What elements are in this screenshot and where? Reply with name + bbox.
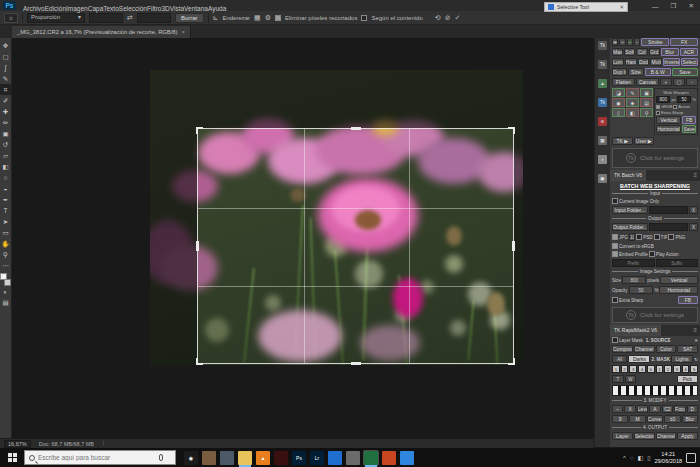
opacity-field[interactable]: 50	[629, 286, 654, 294]
modify-button[interactable]: 9	[612, 415, 628, 423]
mask-level-key[interactable]: 3	[673, 365, 681, 373]
layer-action-icon[interactable]: ✎	[626, 88, 639, 97]
taskbar-search[interactable]	[24, 450, 176, 465]
tk-panel-icon-2[interactable]: Tk	[598, 60, 607, 69]
briefcase-app[interactable]	[202, 451, 216, 465]
batch-vertical-button[interactable]: Vertical	[660, 276, 698, 284]
dup-img-button[interactable]: Dup Img	[612, 68, 627, 76]
menu-item[interactable]: Capa	[88, 5, 104, 12]
psd-checkbox[interactable]	[636, 234, 642, 240]
tab-tk-rapidmask[interactable]: TK RapidMask2 V6	[610, 325, 661, 336]
user-menu-button[interactable]: User ▶	[634, 137, 655, 145]
eyedropper-tool[interactable]: ✐	[0, 95, 11, 106]
combo-action-button[interactable]: Grd	[649, 48, 660, 56]
dodge-tool[interactable]: ◒	[0, 183, 11, 194]
layer-action-icon[interactable]: ▣	[640, 88, 653, 97]
move-tool[interactable]: ✥	[0, 40, 11, 51]
source-button[interactable]: Color	[656, 345, 677, 353]
brush-icon[interactable]: ✏	[612, 38, 618, 46]
path-selection-tool[interactable]: ➤	[0, 216, 11, 227]
crop-handle-top-right[interactable]	[508, 127, 515, 134]
layer-action-icon[interactable]: ⚲	[640, 108, 653, 117]
combo-action-button[interactable]: Mask	[612, 48, 623, 56]
batch-extra-sharp-checkbox[interactable]	[612, 297, 618, 303]
close-icon[interactable]: ✕	[619, 4, 624, 10]
mask-level-key[interactable]: 2	[664, 365, 672, 373]
menu-item[interactable]: Filtro	[147, 5, 161, 12]
batch-fb-button[interactable]: FB	[678, 296, 698, 304]
darks-button[interactable]: Darks	[628, 355, 650, 363]
ws-opacity-field[interactable]: 50	[677, 96, 691, 103]
foreground-color-swatch[interactable]	[0, 273, 7, 280]
output-folder-field[interactable]	[649, 223, 689, 231]
all-button[interactable]: All	[612, 355, 627, 363]
overlay-options-icon[interactable]: ▦	[254, 13, 261, 23]
settings-app[interactable]	[346, 451, 360, 465]
modify-button[interactable]: Blur	[682, 415, 698, 423]
modify-button[interactable]: C2	[662, 405, 673, 413]
menu-item[interactable]: 3D	[161, 5, 169, 12]
modify-button[interactable]: D	[687, 405, 698, 413]
tab-tk-batch[interactable]: TK Batch V6	[610, 170, 646, 181]
lasso-tool[interactable]: ʃ	[0, 62, 11, 73]
canvas-button[interactable]: Canvas	[636, 78, 659, 86]
tk-menu-button[interactable]: TK ▶	[612, 137, 633, 145]
quick-selection-tool[interactable]: ✎	[0, 73, 11, 84]
tk-panel-icon-3[interactable]: Tk	[598, 98, 607, 107]
close-button[interactable]: ✕	[688, 2, 693, 10]
w-button[interactable]: W	[625, 375, 637, 383]
gear-icon[interactable]: ⚙	[265, 13, 271, 23]
source-button[interactable]: Composite	[612, 345, 633, 353]
current-image-only-checkbox[interactable]	[612, 198, 618, 204]
file-explorer[interactable]	[238, 451, 252, 465]
brush-icon[interactable]: ✏	[619, 38, 625, 46]
ws-size-field[interactable]: 800	[656, 96, 670, 103]
grid-panel-icon[interactable]: ▦	[598, 136, 607, 145]
no-entry-icon[interactable]: ⊘	[598, 117, 607, 126]
crop-handle-left[interactable]	[196, 241, 199, 251]
mask-level-key[interactable]: 1	[612, 365, 620, 373]
jpg-checkbox[interactable]	[612, 234, 618, 240]
bw-button[interactable]: B & W	[645, 68, 671, 76]
combo-settings-area[interactable]: Tk Click for settings	[612, 148, 698, 168]
panel-menu-icon[interactable]: ≡	[693, 170, 700, 181]
commit-crop-icon[interactable]: ✓	[455, 13, 461, 23]
red-app[interactable]	[274, 451, 288, 465]
layer-action-icon[interactable]: ◧	[626, 108, 639, 117]
modify-button[interactable]: ±0	[664, 415, 680, 423]
prefix-field[interactable]: Prefix	[612, 259, 655, 267]
marquee-tool[interactable]: ▢	[0, 51, 11, 62]
modify-button[interactable]: M	[629, 415, 645, 423]
modify-button[interactable]: −	[612, 405, 623, 413]
menu-item[interactable]: Texto	[103, 5, 119, 12]
maximize-button[interactable]: ❐	[671, 2, 677, 10]
vertical-button[interactable]: Vertical	[656, 116, 681, 124]
action-checkbox[interactable]	[673, 105, 677, 109]
t-button[interactable]: T	[612, 375, 624, 383]
source-clear-icon[interactable]: ✕	[694, 338, 698, 343]
brush-icon[interactable]: ✏	[627, 38, 633, 46]
gray-app[interactable]	[220, 451, 234, 465]
zoom-level-field[interactable]: 16,67%	[4, 440, 31, 448]
crop-box[interactable]	[197, 128, 514, 364]
tray-battery-icon[interactable]: ▯	[647, 454, 650, 461]
embed-profile-checkbox[interactable]	[612, 251, 618, 257]
stroke-button[interactable]: Stroke	[641, 38, 669, 46]
combo-action-button[interactable]: Mult	[650, 58, 662, 66]
vignette-button[interactable]: −	[686, 78, 698, 86]
eraser-tool[interactable]: ▱	[0, 150, 11, 161]
quick-mask-mode[interactable]: ◐	[0, 286, 11, 297]
flatten-button[interactable]: Flatten	[612, 78, 635, 86]
input-folder-button[interactable]: Input Folder...	[612, 206, 648, 214]
input-clear-button[interactable]: X	[689, 206, 698, 214]
input-folder-field[interactable]	[649, 206, 689, 214]
adjustment-icon[interactable]: ◗	[598, 155, 607, 164]
gradient-tool[interactable]: ◧	[0, 161, 11, 172]
lightroom-app[interactable]: Lr	[310, 451, 324, 465]
more-tools[interactable]: ⋯	[0, 260, 11, 271]
history-brush-tool[interactable]: ↺	[0, 139, 11, 150]
combo-action-button[interactable]: Col	[636, 48, 647, 56]
tray-volume-icon[interactable]: ◧	[637, 454, 643, 461]
menu-item[interactable]: Edición	[45, 5, 66, 12]
convert-srgb-checkbox[interactable]	[612, 243, 618, 249]
